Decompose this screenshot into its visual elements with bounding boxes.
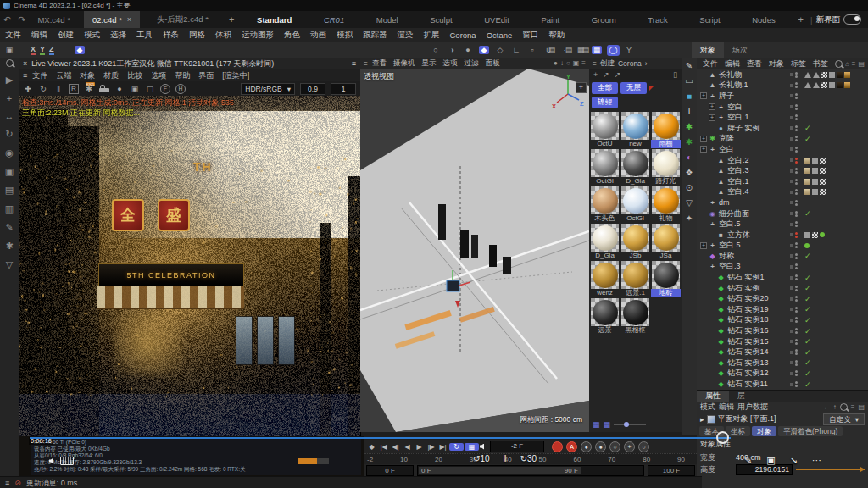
material-menu-item[interactable]: 创建 bbox=[600, 58, 615, 69]
search-icon[interactable] bbox=[6, 59, 14, 67]
expand-icon[interactable] bbox=[700, 262, 708, 272]
lv-tool-icon[interactable] bbox=[99, 88, 109, 92]
tool-icon[interactable]: ✱ bbox=[4, 241, 14, 252]
visibility-dot[interactable] bbox=[795, 147, 798, 149]
layer-square[interactable] bbox=[790, 105, 793, 108]
visibility-dot[interactable] bbox=[795, 168, 798, 170]
object-row[interactable]: 钻石 实例14 bbox=[697, 347, 868, 358]
toolbar-icon[interactable]: ▫ bbox=[527, 46, 537, 54]
material-tool-icon[interactable]: + bbox=[593, 70, 598, 79]
create-tool-icon[interactable]: ■ bbox=[687, 92, 692, 101]
render-dot[interactable] bbox=[795, 246, 798, 248]
object-tag-icon[interactable] bbox=[837, 82, 843, 88]
object-row[interactable]: 长礼物.1 bbox=[697, 80, 868, 92]
render-dot[interactable] bbox=[795, 86, 798, 88]
expand-icon[interactable] bbox=[709, 315, 716, 325]
object-row[interactable]: 空白.3 bbox=[697, 165, 868, 176]
lv-menu-item[interactable]: [渲染中] bbox=[219, 70, 253, 81]
expand-icon[interactable] bbox=[709, 113, 716, 123]
toolbar-icon[interactable]: ▦ bbox=[592, 46, 602, 54]
render-dot[interactable] bbox=[795, 139, 798, 141]
menu-item[interactable]: 体积 bbox=[210, 30, 236, 41]
close-tab-icon[interactable]: × bbox=[127, 15, 131, 24]
menu-item[interactable]: 模拟 bbox=[331, 30, 358, 41]
filter-layer[interactable]: 锦鲤 bbox=[592, 97, 618, 108]
layer-square[interactable] bbox=[790, 201, 793, 204]
expand-icon[interactable] bbox=[700, 251, 708, 261]
material-item[interactable]: OctU bbox=[590, 112, 620, 148]
material-tool-icon[interactable]: ↗ bbox=[615, 70, 621, 79]
visibility-dot[interactable] bbox=[795, 296, 798, 298]
transport-button[interactable]: ◀ bbox=[402, 443, 413, 451]
tool-icon[interactable]: ▤ bbox=[4, 185, 14, 196]
layer-square[interactable] bbox=[790, 233, 793, 236]
lv-tool-icon[interactable]: ↻ bbox=[38, 85, 48, 93]
tool-icon[interactable]: + bbox=[4, 93, 14, 103]
render-dot[interactable] bbox=[795, 289, 798, 291]
attr-menu-item[interactable]: 编辑 bbox=[719, 402, 734, 413]
viewport-corner-icon[interactable]: ≡ bbox=[581, 59, 586, 67]
visibility-dot[interactable] bbox=[795, 200, 798, 202]
menu-item[interactable]: 动画 bbox=[305, 30, 331, 41]
enabled-check[interactable] bbox=[804, 135, 811, 143]
om-menu-item[interactable]: 文件 bbox=[700, 58, 721, 69]
expand-icon[interactable] bbox=[709, 304, 716, 314]
object-row[interactable]: dm bbox=[697, 197, 868, 208]
enabled-check[interactable] bbox=[804, 295, 811, 303]
pencil-icon[interactable]: ✎ bbox=[744, 455, 752, 466]
enabled-check[interactable] bbox=[804, 358, 811, 367]
expand-icon[interactable] bbox=[709, 369, 716, 379]
save-render-icon[interactable]: ▤ bbox=[581, 46, 591, 54]
visibility-dot[interactable] bbox=[795, 104, 798, 107]
filter-icon[interactable]: ≡ bbox=[852, 60, 856, 68]
render-dot[interactable] bbox=[795, 129, 798, 131]
coord-system-icon[interactable]: ◆ bbox=[75, 46, 85, 54]
object-tag-icon[interactable] bbox=[804, 82, 811, 88]
record-button[interactable]: A bbox=[566, 441, 577, 452]
lv-tool-icon[interactable]: ‖ bbox=[53, 85, 64, 93]
visibility-dot[interactable] bbox=[795, 221, 798, 224]
lv-menu-item[interactable]: 选项 bbox=[147, 70, 170, 81]
material-item[interactable]: JSa bbox=[651, 224, 681, 260]
manager-tab[interactable]: 对象 bbox=[692, 42, 724, 58]
transport-button[interactable]: ◀| bbox=[390, 443, 401, 451]
object-tag-icon[interactable] bbox=[829, 82, 835, 88]
toolbar-icon[interactable]: ○ bbox=[431, 46, 441, 54]
document-tab[interactable]: 02.c4d * × bbox=[84, 11, 140, 28]
visibility-dot[interactable] bbox=[795, 242, 798, 245]
menu-item[interactable]: 创建 bbox=[53, 30, 79, 41]
visibility-dot[interactable] bbox=[795, 93, 798, 96]
object-row[interactable]: 钻石 实例11 bbox=[697, 379, 868, 390]
layer-square[interactable] bbox=[790, 137, 793, 141]
expand-icon[interactable] bbox=[709, 166, 716, 176]
object-tag-icon[interactable] bbox=[804, 168, 810, 174]
material-item[interactable]: wenz bbox=[590, 261, 620, 297]
render-dot[interactable] bbox=[795, 342, 798, 345]
layer-square[interactable] bbox=[790, 330, 793, 333]
enabled-check[interactable] bbox=[804, 348, 811, 357]
menu-item[interactable]: 运动图形 bbox=[236, 30, 279, 41]
om-menu-item[interactable]: 标签 bbox=[788, 58, 809, 69]
visibility-dot[interactable] bbox=[795, 360, 798, 363]
object-row[interactable]: 空白.4 bbox=[697, 187, 868, 198]
lv-tool-icon[interactable]: H bbox=[175, 84, 186, 94]
gamma-field[interactable]: 0.9 bbox=[300, 83, 326, 95]
expand-icon[interactable] bbox=[700, 241, 708, 251]
layer-square[interactable] bbox=[790, 372, 793, 375]
expand-icon[interactable] bbox=[709, 102, 716, 112]
expand-icon[interactable] bbox=[700, 69, 708, 80]
object-row[interactable]: 克隆 bbox=[697, 134, 868, 145]
axis-lock-button[interactable]: Y bbox=[40, 45, 45, 55]
object-row[interactable]: 钻石 实例15 bbox=[697, 336, 868, 347]
menu-item[interactable]: 角色 bbox=[279, 30, 305, 41]
render-view[interactable]: TH 全 盛 5TH CELEBRATION 检查:3ms./14ms. 网格生… bbox=[19, 96, 360, 436]
render-dot[interactable] bbox=[795, 299, 798, 302]
timeline-scrub-line[interactable] bbox=[30, 437, 731, 439]
object-tag-icon[interactable] bbox=[820, 168, 826, 174]
menu-item[interactable]: 工具 bbox=[131, 30, 158, 41]
material-item[interactable]: new bbox=[620, 112, 650, 148]
render-dot[interactable] bbox=[795, 75, 798, 78]
expand-icon[interactable]: ▸ bbox=[700, 415, 704, 424]
layer-square[interactable] bbox=[790, 286, 793, 290]
render-dot[interactable] bbox=[795, 310, 798, 313]
